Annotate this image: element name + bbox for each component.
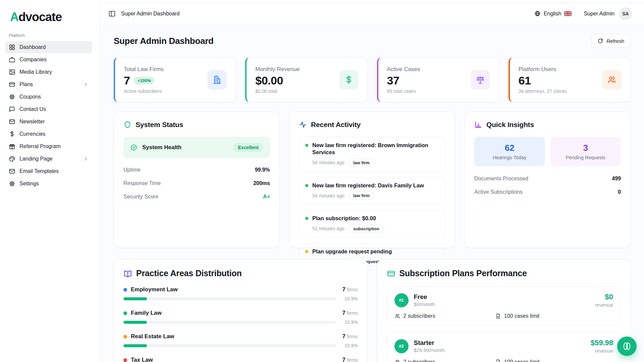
- practice-area-count: 7firms: [342, 310, 358, 316]
- activity-tag: law firm: [348, 159, 374, 167]
- plan-name: Free: [414, 293, 435, 301]
- stat-label: Active Cases: [387, 66, 420, 73]
- recent-activity-title: Recent Activity: [311, 121, 361, 129]
- sidebar-item-companies[interactable]: Companies: [5, 54, 92, 66]
- user-name: Super Admin: [584, 11, 614, 17]
- sidebar-item-settings[interactable]: Settings: [5, 178, 92, 190]
- brand-logo-accent: A: [10, 10, 18, 24]
- sidebar-toggle-icon[interactable]: [108, 10, 116, 17]
- globe-icon: [534, 10, 541, 17]
- stat-label: Monthly Revenue: [255, 66, 300, 73]
- stat-subtitle: 34 attorneys, 27 clients: [519, 88, 567, 94]
- mail-icon: [9, 118, 15, 125]
- ai-assistant-button[interactable]: [617, 337, 637, 356]
- breadcrumb: Super Admin Dashboard: [121, 11, 179, 17]
- progress-fill: [123, 297, 147, 300]
- plan-revenue-label: revenue: [595, 302, 613, 308]
- practice-area-count: 7firms: [342, 333, 358, 340]
- refresh-icon: [598, 38, 603, 44]
- language-selector[interactable]: English: [534, 10, 572, 17]
- category-dot: [123, 288, 127, 292]
- sidebar-item-currencies[interactable]: Currencies: [5, 128, 92, 140]
- status-dot: [305, 144, 308, 147]
- refresh-button[interactable]: Refresh: [591, 34, 631, 48]
- stat-value: 37: [387, 74, 399, 87]
- sidebar-item-plans[interactable]: Plans: [5, 78, 92, 90]
- sidebar-item-dashboard[interactable]: Dashboard: [5, 41, 92, 53]
- activity-title: Plan upgrade request pending: [312, 248, 392, 255]
- progress-track: [123, 297, 336, 300]
- quick-insights-card: Quick Insights 62 Hearings Today 3 Pendi…: [465, 112, 631, 248]
- dollar-icon: [339, 70, 359, 89]
- sidebar-item-label: Landing Page: [19, 156, 53, 162]
- stat-card-active-cases: Active Cases 37 65 total cases: [377, 57, 499, 102]
- sidebar-item-label: Dashboard: [19, 44, 46, 50]
- category-dot: [123, 335, 127, 339]
- category-dot: [123, 358, 127, 362]
- plan-revenue-value: $59.98: [591, 339, 613, 347]
- practice-area-count: 7firms: [342, 357, 358, 362]
- sidebar-item-email-templates[interactable]: Email Templates: [5, 165, 92, 177]
- subscription-plans-title: Subscription Plans Performance: [399, 268, 527, 278]
- subscription-plans-card: Subscription Plans Performance #1 Free $…: [377, 259, 631, 362]
- activity-item: New law firm registered: Davis Family La…: [299, 177, 445, 204]
- activity-tag: law firm: [348, 191, 374, 200]
- documents-processed-label: Documents Processed: [474, 176, 528, 182]
- response-time-value: 200ms: [253, 180, 270, 186]
- progress-fill: [123, 344, 147, 347]
- progress-track: [123, 344, 336, 347]
- stat-label: Total Law Firms: [124, 66, 164, 73]
- language-label: English: [544, 11, 561, 17]
- gear-icon: [9, 94, 15, 100]
- image-icon: [9, 69, 15, 75]
- plan-cases-limit: 100 cases limit: [495, 359, 596, 362]
- scales-of-justice-icon: [471, 70, 490, 89]
- plan-rank-badge: #2: [394, 339, 409, 353]
- insight-tile-pending: 3 Pending Requests: [550, 137, 621, 166]
- practice-areas-card: Practice Areas Distribution Employment L…: [114, 259, 368, 362]
- brand-logo: Advocate: [5, 7, 92, 33]
- system-status-title: System Status: [136, 121, 183, 129]
- sidebar-item-contact-us[interactable]: Contact Us: [5, 103, 92, 115]
- bar-chart-icon: [474, 121, 482, 129]
- sidebar-item-landing-page[interactable]: Landing Page: [5, 153, 92, 165]
- plan-row-free: #1 Free $0/month $0 revenue: [387, 286, 621, 325]
- practice-area-row: Tax Law 7firms 10.9%: [123, 357, 358, 362]
- sidebar-item-label: Plans: [19, 81, 33, 87]
- uptime-label: Uptime: [123, 167, 141, 173]
- activity-time: 54 minutes ago: [312, 193, 344, 198]
- sidebar-item-label: Currencies: [19, 131, 45, 137]
- credit-card-icon: [9, 81, 15, 88]
- system-status-card: System Status System Health Excellent Up…: [114, 112, 280, 248]
- practice-area-name: Family Law: [131, 310, 162, 316]
- user-menu[interactable]: Super Admin SA: [584, 7, 632, 20]
- stat-subtitle: 65 total cases: [387, 88, 420, 94]
- plan-rank-badge: #1: [394, 293, 409, 307]
- brain-icon: [623, 342, 631, 351]
- sidebar-item-media-library[interactable]: Media Library: [5, 66, 92, 78]
- status-dot: [305, 184, 308, 187]
- plan-revenue-value: $0: [595, 293, 613, 301]
- sidebar-item-coupons[interactable]: Coupons: [5, 91, 92, 103]
- sidebar-item-newsletter[interactable]: Newsletter: [5, 116, 92, 128]
- practice-area-name: Employment Law: [131, 286, 178, 293]
- palette-icon: [9, 156, 15, 162]
- sidebar-item-referral-program[interactable]: Referral Program: [5, 140, 92, 153]
- practice-area-count: 7firms: [342, 286, 358, 293]
- practice-area-row: Real Estate Law 7firms 10.9%: [123, 333, 358, 348]
- insight-tile-hearings: 62 Hearings Today: [474, 137, 545, 166]
- plan-name: Starter: [414, 339, 445, 347]
- mail-icon: [9, 168, 15, 175]
- plan-revenue-label: revenue: [591, 348, 613, 354]
- activity-item: New law firm registered: Brown Immigrati…: [299, 137, 445, 172]
- activity-title: New law firm registered: Davis Family La…: [312, 182, 424, 189]
- activity-title: Plan subscription: $0.00: [312, 215, 376, 222]
- activity-pulse-icon: [299, 121, 307, 129]
- system-health-badge: Excellent: [233, 143, 263, 152]
- documents-processed-value: 499: [612, 176, 621, 182]
- refresh-button-label: Refresh: [606, 38, 624, 44]
- users-icon: [394, 359, 400, 362]
- book-open-icon: [123, 269, 132, 278]
- check-circle-icon: [130, 144, 138, 151]
- sidebar-item-label: Contact Us: [19, 106, 46, 112]
